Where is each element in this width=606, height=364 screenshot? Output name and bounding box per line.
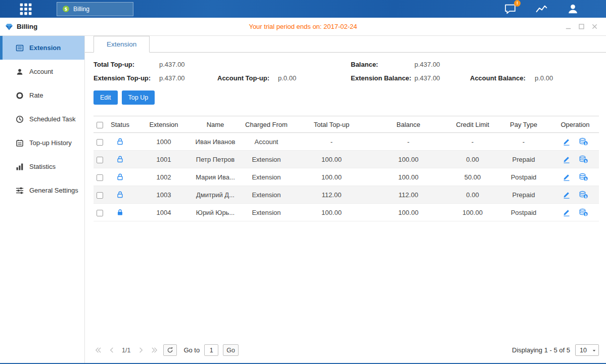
cell-credit-limit: - [449,133,496,151]
sidebar-item-statistics[interactable]: Statistics [0,155,84,178]
account-icon [16,68,24,76]
first-page-button[interactable] [94,346,103,355]
double-chevron-left-icon [95,346,102,354]
cell-total-topup: 100.00 [296,151,367,168]
tab-extension[interactable]: Extension [94,36,150,53]
trial-notice: Your trial period ends on: 2017-02-24 [0,23,606,30]
cell-balance: - [367,133,449,151]
row-checkbox[interactable] [97,139,103,146]
refresh-button[interactable] [163,344,177,356]
total-topup-label: Total Top-up: [94,61,159,68]
window-controls [564,22,599,31]
cell-charged-from: Extension [237,168,296,186]
cell-charged-from: Extension [237,186,296,204]
last-page-button[interactable] [150,346,159,355]
balance-summary: Total Top-up: p.437.00 Balance: p.437.00… [94,61,599,82]
topbar-actions: ! [503,2,580,16]
goto-label: Go to [183,346,200,354]
cell-name: Юрий Юрь... [194,204,237,221]
sidebar-item-label: Scheduled Task [29,115,76,123]
chevron-left-icon [108,346,116,354]
sidebar-item-account[interactable]: Account [0,60,84,83]
sidebar-item-general-settings[interactable]: General Settings [0,178,84,202]
cell-total-topup: - [296,133,367,151]
cell-credit-limit: 0.00 [449,186,496,204]
table-row: 1003 Дмитрий Д... Extension 112.00 112.0… [94,186,599,204]
page-size-select[interactable]: 10 [575,344,599,356]
cell-credit-limit: 50.00 [449,168,496,186]
cell-extension: 1001 [134,151,194,168]
lock-open-icon[interactable] [116,191,124,199]
column-header-status: Status [106,116,134,133]
edit-row-icon[interactable] [563,173,571,181]
sidebar-item-label: Top-up History [29,139,72,147]
cell-extension: 1004 [134,204,194,221]
billing-gem-icon [5,23,13,31]
cell-pay-type: Postpaid [496,204,551,221]
displaying-text: Displaying 1 - 5 of 5 [512,346,570,354]
row-checkbox[interactable] [97,174,103,181]
top-up-row-icon[interactable] [579,191,588,199]
column-header-total-topup: Total Top-up [296,116,367,133]
calendar-icon [16,139,24,147]
cell-name: Дмитрий Д... [194,186,237,204]
balance-value: p.437.00 [414,61,470,68]
top-up-row-icon[interactable] [579,155,588,163]
edit-row-icon[interactable] [563,208,571,216]
cell-extension: 1000 [134,133,194,151]
top-up-row-icon[interactable] [579,138,588,146]
sidebar-item-scheduled-task[interactable]: Scheduled Task [0,107,84,131]
cell-extension: 1002 [134,168,194,186]
top-up-row-icon[interactable] [579,208,588,216]
top-up-button[interactable]: Top Up [122,90,155,105]
lock-closed-icon[interactable] [116,208,124,216]
row-checkbox[interactable] [97,210,103,216]
next-page-button[interactable] [136,346,145,355]
lock-open-icon[interactable] [116,138,124,146]
pagination-bar: 1/1 Go to Go Displaying 1 - 5 of 5 10 [94,344,599,358]
caret-down-icon [591,348,597,353]
sidebar-item-label: Account [29,68,53,75]
cell-credit-limit: 100.00 [449,204,496,221]
sidebar-item-rate[interactable]: Rate [0,83,84,107]
notifications-button[interactable]: ! [503,2,517,16]
row-checkbox[interactable] [97,157,103,163]
cell-balance: 112.00 [367,186,449,204]
minimize-button[interactable] [564,22,573,31]
apps-grid-button[interactable] [18,2,33,17]
edit-row-icon[interactable] [563,191,571,199]
clock-icon [16,115,24,123]
lock-open-icon[interactable] [116,173,124,181]
extension-balance-label: Extension Balance: [351,74,414,82]
edit-row-icon[interactable] [563,155,571,163]
column-header-balance: Balance [367,116,449,133]
bar-chart-icon [16,163,24,171]
go-button[interactable]: Go [223,344,239,356]
monitor-button[interactable] [534,2,548,16]
rate-icon [16,92,24,100]
goto-page-input[interactable] [204,344,218,356]
extension-content: Total Top-up: p.437.00 Balance: p.437.00… [85,53,606,363]
sidebar-item-topup-history[interactable]: Top-up History [0,131,84,155]
close-button[interactable] [590,22,599,31]
maximize-button[interactable] [577,22,586,31]
maximize-icon [578,23,585,30]
lock-open-icon[interactable] [116,155,124,163]
minimize-icon [565,23,572,30]
account-topup-value: p.0.00 [278,74,351,82]
row-checkbox[interactable] [97,192,103,199]
user-menu-button[interactable] [566,2,580,16]
select-all-checkbox[interactable] [97,122,103,128]
sidebar-item-label: Statistics [29,163,56,170]
table-row: 1001 Петр Петров Extension 100.00 100.00… [94,151,599,168]
sidebar-item-extension[interactable]: Extension [0,36,84,60]
action-buttons: Edit Top Up [94,90,599,105]
pagination-summary: Displaying 1 - 5 of 5 10 [512,344,599,356]
column-header-name: Name [194,116,237,133]
top-up-row-icon[interactable] [579,173,588,181]
billing-app-tab[interactable]: Billing [57,2,133,16]
prev-page-button[interactable] [107,346,116,355]
edit-button[interactable]: Edit [94,90,118,105]
cell-total-topup: 112.00 [296,186,367,204]
edit-row-icon[interactable] [563,138,571,146]
